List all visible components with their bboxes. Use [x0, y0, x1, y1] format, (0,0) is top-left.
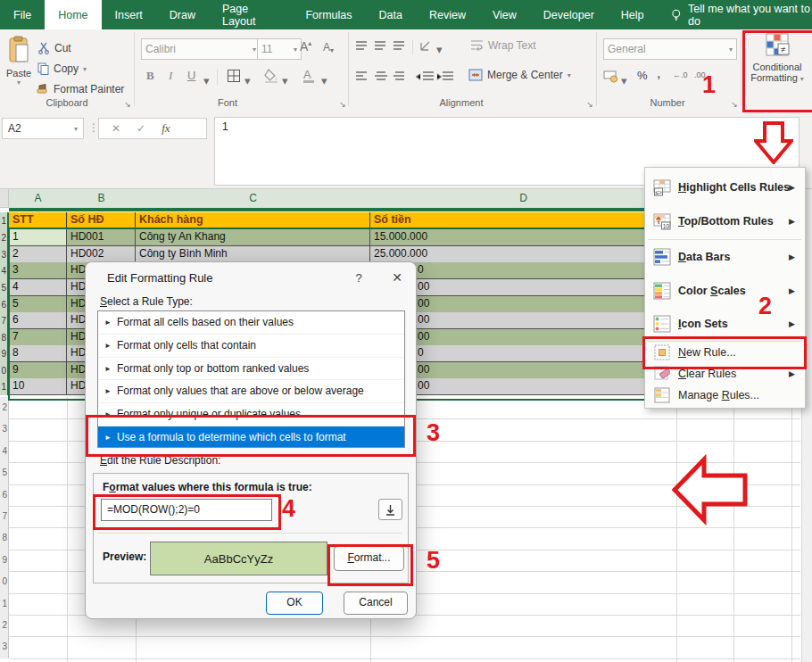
borders-button[interactable]: [227, 69, 241, 83]
grow-font-button[interactable]: A▴: [300, 39, 311, 54]
menu-item-highlight-cells-rules[interactable]: ≤> Highlight Cells Rules ▶: [646, 170, 802, 204]
menu-item-data-bars[interactable]: Data Bars ▶: [646, 240, 802, 274]
cell[interactable]: 3: [9, 262, 67, 279]
row-header[interactable]: 2: [0, 229, 9, 246]
indent-buttons[interactable]: [416, 70, 455, 83]
row-header[interactable]: 9: [0, 345, 9, 362]
wrap-text-button[interactable]: Wrap Text: [470, 38, 536, 52]
rule-type-option[interactable]: ►Format only values that are above or be…: [98, 380, 404, 403]
menu-item-manage-rules[interactable]: Manage Rules...: [646, 385, 802, 406]
row-header[interactable]: 2: [0, 397, 9, 418]
row-header[interactable]: 8: [0, 329, 9, 346]
cell[interactable]: 5: [9, 296, 67, 313]
menu-item-icon-sets[interactable]: Icon Sets ▶: [646, 307, 802, 340]
tab-file[interactable]: File: [0, 0, 45, 29]
enter-entry-icon[interactable]: ✓: [137, 122, 145, 135]
row-header[interactable]: 0: [0, 362, 9, 379]
header-cell-sohd[interactable]: Số HĐ: [67, 212, 136, 229]
alignment-dialog-launcher[interactable]: ↘: [584, 98, 596, 111]
tab-help[interactable]: Help: [608, 0, 658, 29]
accounting-format-button[interactable]: [603, 70, 618, 83]
copy-button[interactable]: Copy ▾: [37, 62, 87, 76]
tab-home[interactable]: Home: [45, 0, 101, 29]
underline-button[interactable]: U: [187, 69, 195, 82]
select-all-corner[interactable]: [0, 189, 9, 208]
font-color-dropdown-icon[interactable]: ▾: [321, 74, 327, 87]
clipboard-dialog-launcher[interactable]: ↘: [121, 98, 134, 111]
cut-button[interactable]: Cut: [37, 41, 71, 55]
underline-dropdown-icon[interactable]: ▾: [203, 74, 210, 87]
rule-type-option[interactable]: ►Format all cells based on their values: [98, 311, 404, 335]
header-cell-khachhang[interactable]: Khách hàng: [136, 212, 370, 229]
tell-me-box[interactable]: Tell me what you want to do: [670, 0, 812, 29]
header-cell-stt[interactable]: STT: [9, 212, 67, 229]
paste-button[interactable]: Paste ▾: [2, 34, 36, 102]
row-header[interactable]: 1: [0, 593, 9, 615]
cell[interactable]: 8: [9, 345, 67, 362]
cancel-button[interactable]: Cancel: [344, 592, 408, 615]
formula-input-field[interactable]: =MOD(ROW();2)=0: [101, 499, 272, 521]
row-header[interactable]: 9: [0, 550, 9, 571]
merge-center-button[interactable]: Merge & Center ▾: [468, 69, 571, 81]
font-dialog-launcher[interactable]: ↘: [336, 98, 349, 111]
insert-function-icon[interactable]: fx: [162, 121, 170, 136]
tab-developer[interactable]: Developer: [530, 0, 608, 29]
font-size-combo[interactable]: 11 ▾: [257, 38, 302, 60]
borders-dropdown-icon[interactable]: ▾: [244, 74, 251, 87]
increase-decimal-button[interactable]: ←.0: [673, 70, 688, 79]
rule-type-option[interactable]: ►Format only top or bottom ranked values: [98, 358, 404, 381]
cell[interactable]: 10: [9, 378, 67, 395]
tab-page-layout[interactable]: Page Layout: [209, 0, 293, 29]
menu-item-clear-rules[interactable]: Clear Rules ▶: [646, 363, 802, 385]
number-dialog-launcher[interactable]: ↘: [728, 98, 741, 111]
dialog-help-icon[interactable]: ?: [350, 271, 368, 285]
tab-draw[interactable]: Draw: [156, 0, 209, 29]
active-cell-a2[interactable]: 1: [9, 229, 67, 246]
cell[interactable]: 7: [9, 329, 67, 346]
format-painter-button[interactable]: Format Painter: [36, 82, 124, 96]
row-header[interactable]: 6: [0, 296, 9, 313]
collapse-dialog-button[interactable]: [378, 499, 402, 520]
fill-color-button[interactable]: [264, 69, 278, 83]
cell[interactable]: 6: [9, 312, 67, 329]
row-header[interactable]: 8: [0, 527, 9, 549]
row-header[interactable]: 0: [0, 571, 9, 592]
cell[interactable]: Công ty An Khang: [136, 229, 370, 246]
column-header-c[interactable]: C: [136, 189, 371, 208]
tab-view[interactable]: View: [479, 0, 530, 29]
column-header-b[interactable]: B: [67, 189, 137, 208]
row-header[interactable]: 4: [0, 262, 9, 279]
accounting-dropdown-icon[interactable]: ▾: [621, 74, 627, 87]
tab-review[interactable]: Review: [416, 0, 479, 29]
tab-data[interactable]: Data: [366, 0, 416, 29]
tab-formulas[interactable]: Formulas: [292, 0, 365, 29]
name-box[interactable]: A2 ▾: [2, 118, 84, 139]
rule-type-option[interactable]: ►Format only cells that contain: [98, 335, 404, 358]
column-header-a[interactable]: A: [9, 189, 68, 208]
dialog-close-icon[interactable]: ✕: [387, 270, 407, 285]
menu-item-new-rule[interactable]: New Rule...: [646, 342, 802, 363]
cell[interactable]: 2: [9, 246, 67, 263]
font-color-button[interactable]: A: [303, 68, 311, 81]
fill-color-dropdown-icon[interactable]: ▾: [282, 74, 288, 87]
orientation-button[interactable]: [419, 38, 434, 53]
bold-button[interactable]: B: [146, 69, 154, 83]
comma-style-button[interactable]: ,: [657, 65, 660, 81]
rule-type-option-selected[interactable]: ►Use a formula to determine which cells …: [98, 426, 404, 448]
row-header[interactable]: 1: [0, 378, 9, 395]
row-header[interactable]: 4: [0, 441, 9, 462]
conditional-formatting-button[interactable]: ≠ Conditional Formatting ▾: [746, 31, 808, 108]
cancel-entry-icon[interactable]: ✕: [112, 122, 120, 135]
shrink-font-button[interactable]: A▾: [323, 41, 334, 54]
vertical-align-buttons[interactable]: [355, 40, 405, 53]
menu-item-top-bottom-rules[interactable]: 10 Top/Bottom Rules ▶: [646, 204, 802, 238]
tab-insert[interactable]: Insert: [102, 0, 156, 29]
row-header[interactable]: 3: [0, 246, 9, 263]
row-header[interactable]: 5: [0, 279, 9, 296]
row-header[interactable]: 7: [0, 506, 9, 527]
menu-item-color-scales[interactable]: Color Scales ▶: [646, 274, 802, 307]
format-button[interactable]: Format...: [334, 546, 404, 571]
rule-type-option[interactable]: ►Format only unique or duplicate values: [98, 403, 404, 426]
number-format-combo[interactable]: General ▾: [603, 38, 737, 60]
font-name-combo[interactable]: Calibri ▾: [141, 38, 261, 60]
